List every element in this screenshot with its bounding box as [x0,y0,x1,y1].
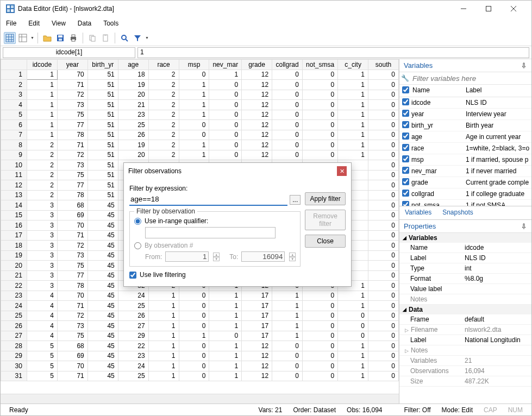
cell[interactable]: 0 [368,70,399,80]
cell[interactable]: 51 [87,90,118,100]
cell[interactable]: 69 [57,210,87,220]
cell[interactable]: 2 [148,70,179,80]
variable-row[interactable]: nev_mar1 if never married [399,166,531,177]
cell[interactable]: 0 [368,341,399,351]
cell[interactable]: 1 [148,301,179,311]
variable-row[interactable]: ageAge in current year [399,131,531,143]
cell[interactable]: 25 [118,371,148,381]
column-header[interactable]: nev_mar [209,60,242,70]
minimize-button[interactable] [451,1,476,17]
cell[interactable]: 0 [368,230,399,241]
cell[interactable]: 1 [148,341,179,351]
cell[interactable]: 0 [179,130,209,140]
cell[interactable]: 0 [209,130,242,140]
cell[interactable]: 75 [57,110,87,120]
cell[interactable]: 4 [27,291,57,301]
cell[interactable]: 45 [87,250,118,261]
row-number[interactable]: 6 [1,120,27,130]
cell[interactable]: 51 [87,100,118,110]
cell[interactable]: 0 [368,361,399,371]
prop-group-data[interactable]: ◢Data [399,305,531,314]
cell[interactable]: 1 [209,311,242,321]
menu-edit[interactable]: Edit [26,18,42,28]
cell[interactable]: 45 [87,281,118,291]
cell[interactable]: 0 [368,351,399,361]
cell[interactable]: 0 [209,90,242,100]
cell[interactable]: 0 [368,281,399,291]
cell[interactable]: 1 [338,371,368,381]
cell[interactable]: 2 [27,180,57,191]
cell[interactable]: 70 [57,70,87,80]
cell[interactable]: 0 [368,250,399,261]
cell[interactable]: 1 [179,90,209,100]
cell[interactable]: 0 [272,130,303,140]
cell[interactable]: 20 [118,150,148,160]
cell[interactable]: 70 [57,361,87,371]
cell[interactable]: 17 [242,331,272,341]
cell[interactable]: 51 [87,150,118,160]
cell[interactable]: 2 [148,150,179,160]
var-checkbox[interactable] [402,190,409,197]
cell[interactable]: 72 [57,150,87,160]
cell[interactable]: 73 [57,100,87,110]
cell[interactable]: 1 [338,90,368,100]
cell[interactable]: 1 [272,331,303,341]
cell[interactable]: 78 [57,190,87,200]
cell[interactable]: 51 [87,120,118,130]
cell[interactable]: 4 [27,331,57,341]
cell[interactable]: 1 [179,140,209,150]
range-qualifier-input[interactable] [145,227,276,238]
row-number[interactable]: 29 [1,351,27,361]
cell[interactable]: 1 [179,150,209,160]
row-number[interactable]: 15 [1,210,27,220]
cell[interactable]: 0 [209,110,242,120]
dialog-close-icon[interactable]: ✕ [337,166,347,176]
var-checkbox[interactable] [402,121,409,128]
var-checkbox[interactable] [402,144,409,151]
row-number[interactable]: 23 [1,291,27,301]
cell[interactable]: 25 [118,120,148,130]
cell[interactable]: 0 [338,331,368,341]
cell[interactable]: 0 [368,371,399,381]
cell[interactable]: 1 [179,331,209,341]
cell[interactable]: 0 [303,120,338,130]
cell[interactable]: 12 [242,120,272,130]
cell[interactable]: 0 [368,200,399,211]
save-icon[interactable] [54,32,66,44]
cell[interactable]: 1 [338,301,368,311]
cell[interactable]: 45 [87,301,118,311]
cell[interactable]: 45 [87,321,118,331]
column-header[interactable]: birth_yr [87,60,118,70]
expression-builder-button[interactable]: ... [290,195,301,205]
cell[interactable]: 19 [118,80,148,90]
cell[interactable]: 73 [57,160,87,171]
column-header[interactable]: race [148,60,179,70]
cell[interactable]: 0 [368,301,399,311]
variable-row[interactable]: birth_yrBirth year [399,120,531,131]
cell[interactable]: 25 [118,301,148,311]
row-number[interactable]: 19 [1,250,27,261]
select-all-vars-checkbox[interactable] [402,86,409,93]
column-header[interactable]: idcode [27,60,57,70]
cell[interactable]: 0 [368,291,399,301]
cell[interactable]: 71 [57,371,87,381]
cell[interactable]: 0 [179,351,209,361]
cell[interactable]: 0 [303,321,338,331]
cell[interactable]: 12 [242,150,272,160]
cell[interactable]: 1 [338,150,368,160]
cell[interactable]: 0 [368,261,399,271]
menu-tools[interactable]: Tools [101,18,121,28]
close-button[interactable] [501,1,526,17]
cell[interactable]: 1 [148,351,179,361]
cell[interactable]: 0 [368,120,399,130]
cell[interactable]: 0 [368,241,399,251]
expression-input[interactable] [129,193,287,206]
radio-by-obs[interactable] [134,242,141,249]
row-number[interactable]: 16 [1,220,27,231]
cell[interactable]: 1 [148,331,179,341]
cell[interactable]: 12 [242,90,272,100]
open-icon[interactable] [41,32,53,44]
cell[interactable]: 12 [242,70,272,80]
cell[interactable]: 0 [368,170,399,180]
cell[interactable]: 21 [118,100,148,110]
